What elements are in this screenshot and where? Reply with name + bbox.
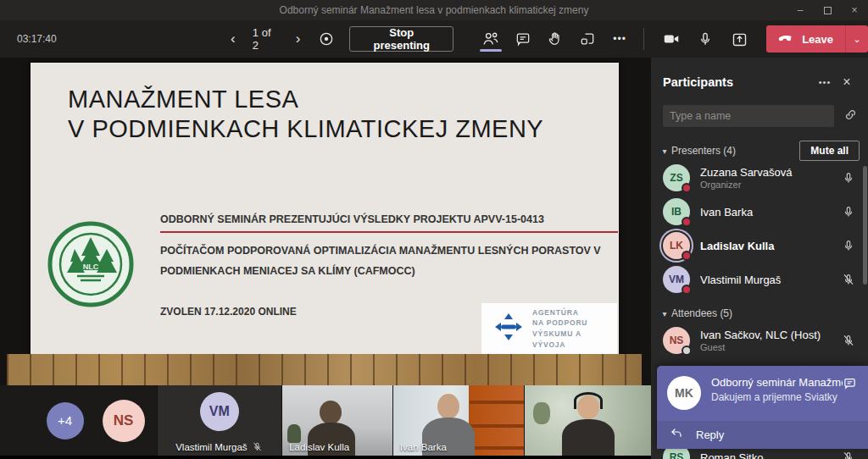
participant-row[interactable]: LK Ladislav Kulla: [651, 229, 868, 263]
chat-icon: [515, 30, 531, 47]
participants-more-button[interactable]: •••: [814, 73, 836, 91]
chat-message-icon: [843, 376, 860, 410]
video-tile-attendee[interactable]: [525, 385, 651, 456]
mic-off-icon[interactable]: [839, 451, 858, 459]
participant-row[interactable]: IB Ivan Barka: [651, 195, 868, 229]
headset-decor: [574, 392, 603, 409]
window-title: Odborný seminár Manažment lesa v podmien…: [280, 4, 589, 16]
teams-meeting-window: Odborný seminár Manažment lesa v podmien…: [0, 0, 868, 459]
video-tile-name: Ladislav Kulla: [289, 442, 349, 452]
stage-bottom-edge: [0, 456, 651, 459]
avatar: MK: [667, 376, 701, 410]
participants-panel: Participants ••• × ▾ Presenters (4) Mute…: [651, 58, 868, 459]
nlc-logo: NLC: [47, 220, 135, 308]
presence-busy-dot: [682, 183, 692, 193]
shared-screen-stage: MANAŽMENT LESA V PODMIENKACH KLIMATICKEJ…: [0, 58, 651, 459]
person-silhouette: [437, 394, 459, 419]
more-options-toolbar-button[interactable]: •••: [604, 25, 635, 53]
participants-close-button[interactable]: ×: [836, 73, 858, 91]
video-tile-name: Vlastimil Murgaš: [175, 442, 247, 452]
share-screen-button[interactable]: [724, 25, 754, 53]
plant-decor: [287, 424, 301, 443]
leave-options-button[interactable]: ⌄: [846, 34, 868, 45]
participant-name: Zuzana Sarvašová: [700, 166, 839, 179]
maximize-button[interactable]: [814, 0, 841, 20]
minimize-button[interactable]: –: [787, 0, 814, 20]
mic-icon: [697, 30, 714, 47]
mic-on-icon[interactable]: [839, 171, 858, 185]
maximize-icon: [824, 7, 832, 14]
presence-busy-dot: [682, 285, 692, 295]
link-icon: [843, 108, 858, 125]
slide-subtitle: ODBORNÝ SEMINÁR PREZENTUJÚCI VÝSLEDKY PR…: [160, 213, 618, 233]
next-slide-button[interactable]: ›: [287, 27, 309, 51]
camera-toggle-button[interactable]: [656, 25, 687, 53]
video-tile-ivan-barka[interactable]: Ivan Barka: [393, 385, 525, 456]
participant-name: Vlastimil Murgaš: [700, 274, 839, 286]
raised-hand-icon: [547, 30, 564, 47]
bookshelf-decor: [470, 424, 524, 428]
presenters-collapse-icon[interactable]: ▾: [658, 147, 671, 156]
participants-panel-title: Participants: [663, 75, 814, 89]
video-tile-vlastimil-murgas[interactable]: VM Vlastimil Murgaš: [158, 385, 282, 456]
slide-title: MANAŽMENT LESA V PODMIENKACH KLIMATICKEJ…: [68, 85, 619, 145]
participant-name: Ivan Barka: [700, 206, 839, 218]
presenters-section-header: Presenters (4): [671, 145, 799, 157]
title-bar: Odborný seminár Manažment lesa v podmien…: [0, 0, 868, 20]
nlc-logo-text: NLC: [83, 263, 99, 271]
attendees-collapse-icon[interactable]: ▾: [658, 309, 671, 318]
participant-search-input[interactable]: [663, 105, 834, 127]
chat-toolbar-button[interactable]: [508, 25, 538, 53]
participant-row[interactable]: ZS Zuzana Sarvašová Organizer: [651, 161, 868, 195]
participant-bubble-ns[interactable]: NS: [103, 400, 145, 442]
chevron-down-icon: ⌄: [853, 34, 860, 45]
mic-off-icon[interactable]: [839, 273, 858, 286]
participant-row[interactable]: NS Ivan Sačkov, NLC (Host) Guest: [651, 324, 868, 357]
participant-role: Organizer: [700, 180, 839, 190]
participant-name: Ladislav Kulla: [700, 240, 839, 252]
reply-arrow-icon: [669, 427, 684, 444]
chat-notification-toast[interactable]: MK Odborný seminár Manažmen... Dakujem a…: [657, 366, 868, 449]
previous-slide-button[interactable]: ‹: [222, 27, 244, 51]
overflow-count-badge[interactable]: +4: [47, 402, 84, 440]
video-tile-name: Ivan Barka: [400, 442, 447, 452]
person-silhouette: [320, 401, 342, 424]
stop-presenting-button[interactable]: Stop presenting: [349, 26, 453, 52]
copy-invite-link-button[interactable]: [841, 108, 860, 125]
meeting-toolbar: 03:17:40 ‹ 1 of 2 › Stop presenting: [0, 20, 868, 58]
private-viewing-button[interactable]: [313, 25, 342, 53]
breakout-rooms-icon: [579, 30, 596, 47]
reply-label: Reply: [696, 429, 724, 441]
share-icon: [731, 30, 748, 48]
attendees-section-header: Attendees (5): [671, 307, 860, 319]
leave-button[interactable]: Leave ⌄: [766, 25, 868, 53]
close-button[interactable]: ×: [841, 0, 868, 20]
slide-background-wood-floor: [7, 354, 642, 385]
mute-all-button[interactable]: Mute all: [799, 141, 860, 161]
hangup-icon: [778, 33, 795, 46]
mic-off-icon[interactable]: [839, 334, 858, 347]
mic-on-icon[interactable]: [839, 239, 858, 252]
bookshelf-decor: [470, 401, 524, 404]
panel-scrollbar[interactable]: [863, 166, 867, 285]
mic-on-icon[interactable]: [839, 205, 858, 218]
apvv-agency-logo: AGENTÚRA NA PODPORU VÝSKUMU A VÝVOJA: [481, 303, 617, 354]
meeting-timer: 03:17:40: [17, 33, 74, 45]
plant-decor: [533, 402, 550, 424]
presentation-slide: MANAŽMENT LESA V PODMIENKACH KLIMATICKEJ…: [31, 63, 619, 354]
mic-toggle-button[interactable]: [690, 25, 721, 53]
breakout-rooms-toolbar-button[interactable]: [572, 25, 603, 53]
presence-dot: [682, 346, 692, 356]
slide-body-text: POČÍTAČOM PODPOROVANÁ OPTIMALIZÁCIA MANA…: [160, 241, 618, 282]
participants-toolbar-button[interactable]: [476, 25, 506, 53]
apvv-arrows-icon: [493, 312, 524, 346]
reply-button[interactable]: Reply: [657, 421, 868, 449]
participant-row[interactable]: VM Vlastimil Murgaš: [651, 263, 868, 296]
presence-busy-dot: [682, 251, 692, 261]
notification-message: Dakujem a prijemne Sviatky: [711, 391, 843, 403]
raise-hand-toolbar-button[interactable]: [540, 25, 570, 53]
person-silhouette: [562, 419, 615, 456]
presence-busy-dot: [682, 217, 692, 227]
video-tile-ladislav-kulla[interactable]: Ladislav Kulla: [282, 385, 392, 456]
leave-label: Leave: [802, 33, 833, 46]
